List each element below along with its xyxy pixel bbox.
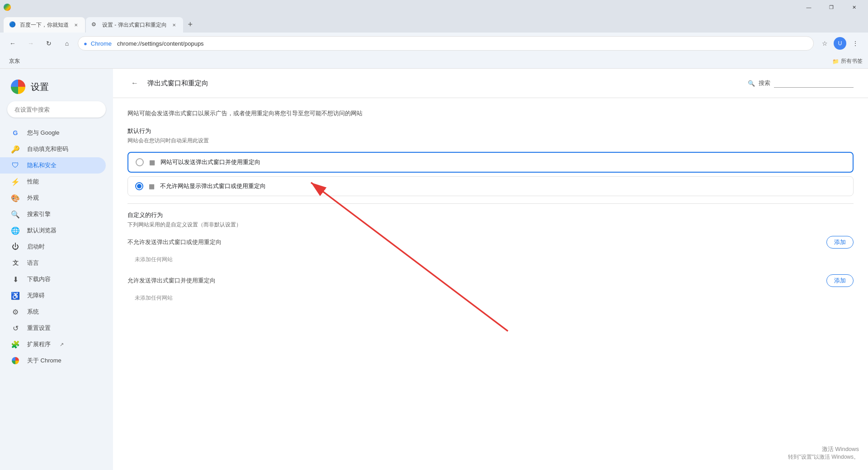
popup-search-input[interactable] (774, 79, 854, 88)
chrome-logo (11, 80, 25, 94)
tab-close-settings[interactable]: ✕ (170, 21, 178, 28)
option-block-box[interactable]: ▦ 不允许网站显示弹出式窗口或使用重定向 (127, 176, 854, 196)
sidebar-item-browser[interactable]: 🌐 默认浏览器 (0, 222, 106, 239)
sidebar-item-reset[interactable]: ↺ 重置设置 (0, 320, 106, 336)
default-behavior-title: 默认行为 (127, 127, 854, 135)
sidebar-item-extensions[interactable]: 🧩 扩展程序 ↗ (0, 336, 106, 352)
startup-icon: ⏻ (11, 242, 20, 251)
back-button[interactable]: ← (5, 36, 20, 51)
popup-content: 网站可能会发送弹出式窗口以展示广告，或者使用重定向将您引导至您可能不想访问的网站… (113, 98, 868, 324)
not-allow-section: 不允许发送弹出式窗口或使用重定向 添加 未添加任何网站 (127, 236, 854, 267)
addressbar-right: ☆ U ⋮ (817, 36, 863, 51)
bookmark-label: 京东 (9, 57, 20, 65)
sidebar-label-about: 关于 Chrome (27, 357, 61, 365)
forward-button[interactable]: → (24, 36, 38, 51)
content-area: ← 弹出式窗口和重定向 🔍 搜索 网站可能会发送弹出式窗口以展示广告，或者使用重… (113, 69, 868, 470)
maximize-button[interactable]: ❐ (821, 0, 842, 14)
browser-icon (4, 4, 11, 11)
sidebar-search-input[interactable] (7, 101, 106, 118)
sidebar-label-privacy: 隐私和安全 (27, 161, 57, 169)
sidebar-label-downloads: 下载内容 (27, 275, 51, 283)
bookmark-button[interactable]: ☆ (817, 36, 832, 51)
close-button[interactable]: ✕ (844, 0, 864, 14)
popup-search: 🔍 搜索 (748, 79, 854, 88)
sidebar-label-reset: 重置设置 (27, 324, 51, 332)
sidebar-label-startup: 启动时 (27, 243, 45, 251)
sidebar-search (7, 101, 106, 118)
sidebar-label-extensions: 扩展程序 (27, 340, 51, 348)
not-allow-empty: 未添加任何网站 (127, 252, 854, 267)
about-icon (11, 356, 20, 365)
window-controls: — ❐ ✕ (798, 0, 864, 14)
sidebar-item-performance[interactable]: ⚡ 性能 (0, 174, 106, 190)
privacy-icon: 🛡 (11, 161, 20, 170)
option-allow-box[interactable]: ▦ 网站可以发送弹出式窗口并使用重定向 (127, 152, 854, 173)
popup-header-left: ← 弹出式窗口和重定向 (127, 76, 208, 90)
sidebar-item-language[interactable]: 文 语言 (0, 255, 106, 271)
sidebar-item-startup[interactable]: ⏻ 启动时 (0, 239, 106, 255)
url-bar[interactable]: ● Chrome chrome://settings/content/popup… (78, 36, 814, 51)
new-tab-button[interactable]: + (184, 18, 197, 31)
google-icon: G (11, 128, 20, 137)
sidebar-label-language: 语言 (27, 259, 39, 267)
tab-close-baidu[interactable]: ✕ (72, 21, 80, 28)
sidebar-label-browser: 默认浏览器 (27, 226, 57, 235)
addressbar: ← → ↻ ⌂ ● Chrome chrome://settings/conte… (0, 33, 868, 54)
search-icon: 🔍 (748, 80, 755, 87)
titlebar: — ❐ ✕ (0, 0, 868, 14)
external-link-icon: ↗ (60, 342, 64, 348)
tabbar: 🔵 百度一下，你就知道 ✕ ⚙ 设置 - 弹出式窗口和重定向 ✕ + (0, 14, 868, 33)
bookmarks-all[interactable]: 📁 所有书签 (832, 57, 863, 65)
minimize-button[interactable]: — (798, 0, 819, 14)
allow-label: 允许发送弹出式窗口并使用重定向 (127, 277, 216, 285)
sidebar-item-privacy[interactable]: 🛡 隐私和安全 (0, 157, 106, 174)
appearance-icon: 🎨 (11, 193, 20, 202)
sidebar-item-accessibility[interactable]: ♿ 无障碍 (0, 287, 106, 304)
option-allow-label: 网站可以发送弹出式窗口并使用重定向 (160, 158, 260, 166)
main-layout: 设置 G 您与 Google 🔑 自动填充和密码 🛡 隐私和安全 ⚡ 性能 🎨 … (0, 69, 868, 470)
sidebar-item-autofill[interactable]: 🔑 自动填充和密码 (0, 141, 106, 157)
bookmarks-all-label: 所有书签 (841, 57, 863, 65)
windows-activate-title: 激活 Windows (788, 445, 859, 453)
downloads-icon: ⬇ (11, 275, 20, 284)
tab-favicon-settings: ⚙ (91, 21, 99, 28)
sidebar-item-system[interactable]: ⚙ 系统 (0, 304, 106, 320)
option-block-radio[interactable] (135, 182, 143, 190)
sidebar-item-about[interactable]: 关于 Chrome (0, 352, 106, 369)
tab-title-baidu: 百度一下，你就知道 (20, 21, 69, 29)
not-allow-add-button[interactable]: 添加 (826, 236, 854, 249)
tab-settings[interactable]: ⚙ 设置 - 弹出式窗口和重定向 ✕ (86, 17, 183, 33)
chrome-icon: ● (84, 40, 87, 47)
sidebar-item-downloads[interactable]: ⬇ 下载内容 (0, 271, 106, 287)
tab-baidu[interactable]: 🔵 百度一下，你就知道 ✕ (4, 17, 85, 33)
custom-behavior-subtitle: 下列网站采用的是自定义设置（而非默认设置） (127, 221, 854, 229)
allow-add-button[interactable]: 添加 (826, 274, 854, 287)
divider-1 (127, 203, 854, 204)
popup-icon-block: ▦ (149, 183, 155, 190)
not-allow-label: 不允许发送弹出式窗口或使用重定向 (127, 238, 222, 246)
performance-icon: ⚡ (11, 177, 20, 186)
sidebar-item-search[interactable]: 🔍 搜索引擎 (0, 206, 106, 222)
language-icon: 文 (11, 258, 20, 268)
allow-empty: 未添加任何网站 (127, 291, 854, 306)
popup-panel: ← 弹出式窗口和重定向 🔍 搜索 网站可能会发送弹出式窗口以展示广告，或者使用重… (113, 69, 868, 470)
menu-button[interactable]: ⋮ (848, 36, 863, 51)
sidebar-item-google[interactable]: G 您与 Google (0, 125, 106, 141)
home-button[interactable]: ⌂ (60, 36, 74, 51)
option-allow-radio[interactable] (136, 158, 144, 166)
popup-description: 网站可能会发送弹出式窗口以展示广告，或者使用重定向将您引导至您可能不想访问的网站 (127, 109, 854, 118)
reset-icon: ↺ (11, 324, 20, 333)
sidebar-item-appearance[interactable]: 🎨 外观 (0, 190, 106, 206)
popup-title: 弹出式窗口和重定向 (147, 79, 208, 88)
sidebar-label-appearance: 外观 (27, 194, 39, 202)
tab-favicon-baidu: 🔵 (9, 21, 16, 28)
popup-back-button[interactable]: ← (127, 76, 142, 90)
profile-avatar[interactable]: U (834, 37, 846, 50)
chrome-label: Chrome (91, 40, 112, 47)
custom-behavior-title: 自定义的行为 (127, 211, 854, 219)
refresh-button[interactable]: ↻ (42, 36, 56, 51)
bookmark-jingdong[interactable]: 京东 (5, 56, 24, 66)
sidebar-label-search: 搜索引擎 (27, 210, 51, 218)
windows-activate-sub: 转到"设置"以激活 Windows。 (788, 453, 859, 461)
search-engine-icon: 🔍 (11, 210, 20, 219)
